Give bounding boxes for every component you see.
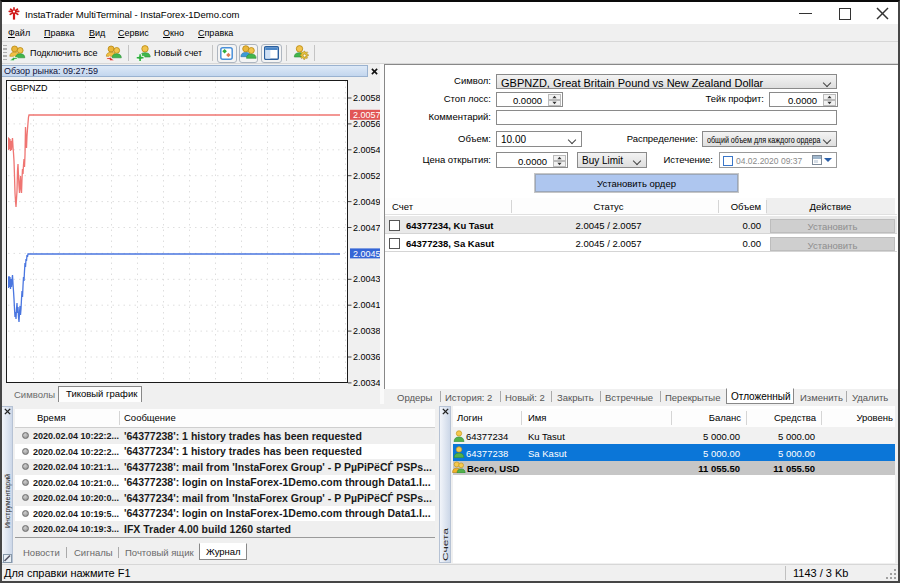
svg-text:2.0056: 2.0056: [353, 119, 381, 129]
svg-text:GBPNZD: GBPNZD: [10, 83, 48, 93]
svg-text:Счета: Счета: [441, 527, 450, 561]
svg-text:2.0054: 2.0054: [353, 145, 381, 155]
svg-text:2.0038: 2.0038: [353, 326, 381, 336]
svg-text:2.0058: 2.0058: [353, 93, 381, 103]
svg-text:2.0043: 2.0043: [353, 274, 381, 284]
svg-text:2.0052: 2.0052: [353, 171, 381, 181]
svg-text:2.0034: 2.0034: [353, 378, 381, 388]
svg-text:2.0045: 2.0045: [353, 249, 381, 259]
svg-text:2.0057: 2.0057: [353, 110, 381, 120]
svg-text:2.0036: 2.0036: [353, 352, 381, 362]
svg-text:2.0049: 2.0049: [353, 197, 381, 207]
svg-text:Инструментарий: Инструментарий: [3, 474, 12, 528]
svg-text:2.0041: 2.0041: [353, 300, 381, 310]
svg-text:2.0047: 2.0047: [353, 223, 381, 233]
